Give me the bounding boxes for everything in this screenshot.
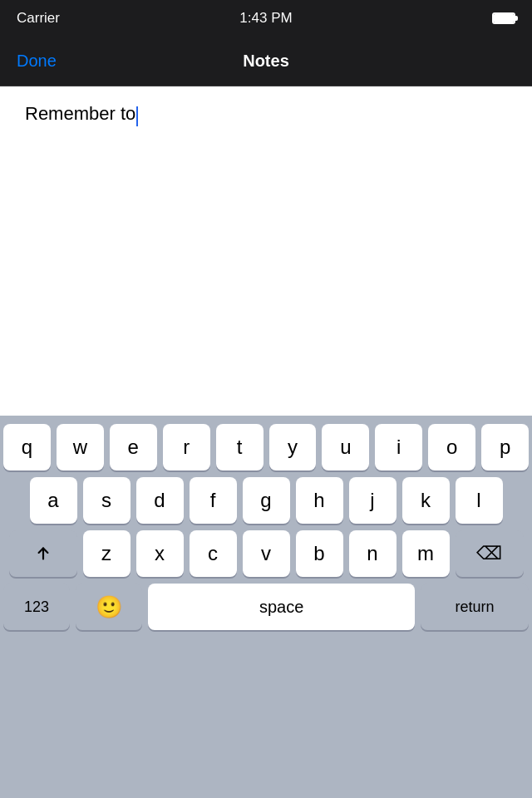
key-c[interactable]: c (190, 530, 237, 577)
key-n[interactable]: n (349, 530, 397, 577)
note-content: Remember to (25, 103, 135, 124)
key-v[interactable]: v (243, 530, 290, 577)
key-o[interactable]: o (428, 424, 475, 470)
text-cursor (136, 106, 138, 126)
key-b[interactable]: b (296, 530, 343, 577)
key-y[interactable]: y (269, 424, 317, 470)
key-r[interactable]: r (163, 424, 210, 470)
key-k[interactable]: k (402, 477, 450, 524)
key-w[interactable]: w (57, 424, 104, 470)
keyboard-row-1: q w e r t y u i o p (3, 424, 529, 470)
key-f[interactable]: f (190, 477, 237, 524)
keyboard-row-4: 123 🙂 space return (3, 584, 529, 630)
key-m[interactable]: m (402, 530, 450, 577)
key-j[interactable]: j (349, 477, 397, 524)
done-button[interactable]: Done (17, 52, 57, 71)
key-e[interactable]: e (110, 424, 157, 470)
key-s[interactable]: s (83, 477, 131, 524)
delete-icon: ⌫ (476, 543, 502, 564)
nav-title: Notes (243, 52, 289, 71)
key-a[interactable]: a (30, 477, 77, 524)
key-q[interactable]: q (3, 424, 51, 470)
keyboard: q w e r t y u i o p a s d f g h j k l z … (0, 416, 532, 798)
status-left: Carrier (17, 10, 66, 27)
keyboard-row-2: a s d f g h j k l (3, 477, 529, 524)
key-p[interactable]: p (481, 424, 529, 470)
key-d[interactable]: d (136, 477, 184, 524)
key-g[interactable]: g (243, 477, 290, 524)
note-area[interactable]: Remember to (0, 86, 532, 416)
status-time: 1:43 PM (239, 10, 292, 27)
status-right (489, 12, 515, 24)
key-t[interactable]: t (216, 424, 264, 470)
key-l[interactable]: l (456, 477, 503, 524)
emoji-key[interactable]: 🙂 (76, 584, 142, 630)
key-h[interactable]: h (296, 477, 343, 524)
return-key[interactable]: return (421, 584, 529, 630)
key-x[interactable]: x (136, 530, 184, 577)
status-bar: Carrier 1:43 PM (0, 0, 532, 37)
key-u[interactable]: u (322, 424, 369, 470)
nav-bar: Done Notes (0, 37, 532, 86)
delete-key[interactable]: ⌫ (456, 530, 524, 577)
space-key[interactable]: space (148, 584, 415, 630)
shift-key[interactable] (9, 530, 77, 577)
key-i[interactable]: i (375, 424, 422, 470)
carrier-label: Carrier (17, 10, 60, 27)
keyboard-row-3: z x c v b n m ⌫ (3, 530, 529, 577)
battery-icon (492, 12, 515, 24)
key-z[interactable]: z (83, 530, 131, 577)
numbers-key[interactable]: 123 (3, 584, 70, 630)
